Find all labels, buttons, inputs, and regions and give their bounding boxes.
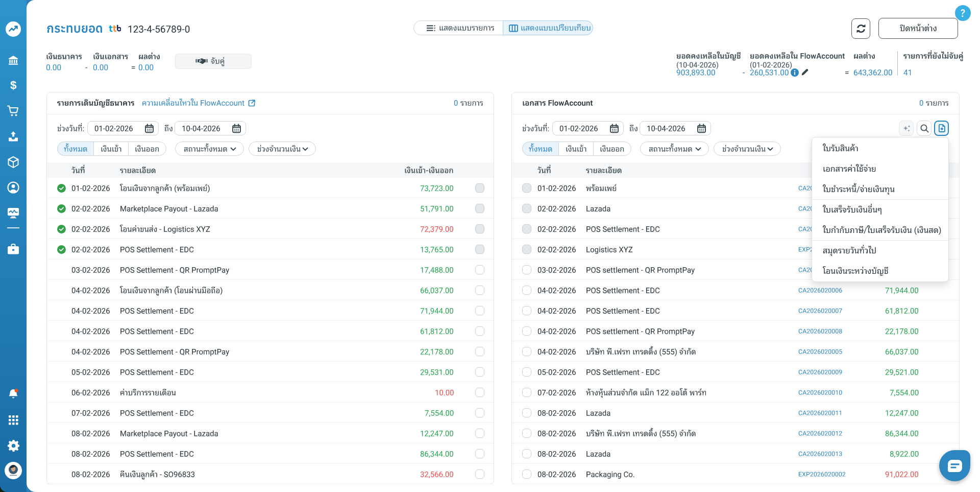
svg-text:$: $ (10, 79, 16, 91)
